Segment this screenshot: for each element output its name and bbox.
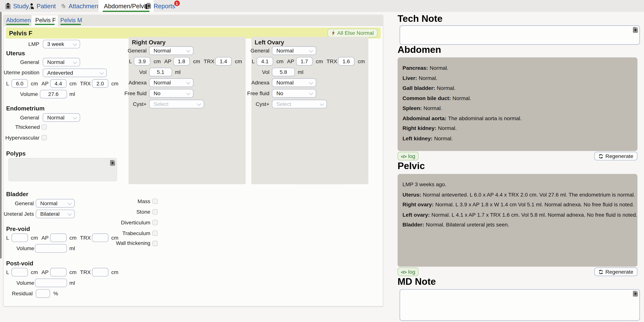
- uterine-position-select[interactable]: Anteverted: [43, 68, 107, 77]
- uterus-volume-label: Volume: [20, 90, 38, 99]
- thickened-checkbox[interactable]: [42, 124, 47, 130]
- post-void-trx-input[interactable]: [92, 268, 108, 277]
- report-line: Right kidney:Normal.: [402, 124, 632, 134]
- unit-cm: cm: [358, 57, 365, 66]
- post-void-heading: Post-void: [6, 260, 33, 267]
- paperclip-icon: [60, 3, 67, 9]
- pelvic-log-button[interactable]: </> log: [398, 267, 418, 276]
- endometrium-general-select[interactable]: Normal: [43, 113, 80, 122]
- chevron-down-icon: [100, 70, 104, 74]
- diverticulum-checkbox[interactable]: [152, 220, 158, 225]
- diverticulum-label: Diverticulum: [106, 219, 150, 226]
- chevron-down-icon: [197, 102, 201, 106]
- left-ovary-free-fluid-label: Free fluid: [247, 89, 270, 98]
- wall-thickening-checkbox[interactable]: [152, 241, 158, 246]
- tab-reports[interactable]: Reports 1: [145, 0, 175, 12]
- unit-cm: cm: [70, 233, 77, 242]
- trabeculum-checkbox[interactable]: [152, 231, 158, 236]
- post-void-ap-input[interactable]: [50, 268, 66, 277]
- chevron-down-icon: [186, 48, 190, 52]
- right-ovary-vol-input[interactable]: [149, 68, 172, 76]
- mass-checkbox[interactable]: [152, 199, 158, 204]
- chevron-down-icon: [186, 80, 190, 84]
- uterus-trx-input[interactable]: [92, 79, 108, 88]
- left-ovary-adnexa-select[interactable]: Normal: [272, 78, 316, 87]
- sub-tab-abdomen-underline: [6, 24, 29, 25]
- tab-patient-label: Patient: [36, 2, 56, 9]
- add-note-icon[interactable]: +: [110, 160, 115, 166]
- pre-void-volume-input[interactable]: [35, 244, 67, 253]
- uterus-volume-input[interactable]: [40, 90, 67, 99]
- unit-cm: cm: [193, 57, 200, 66]
- uterus-ap-input[interactable]: [50, 79, 66, 88]
- tab-study[interactable]: Study: [5, 0, 29, 12]
- post-void-volume-input[interactable]: [35, 279, 67, 287]
- right-ovary-general-select[interactable]: Normal: [149, 46, 194, 55]
- right-ovary-ap-input[interactable]: [173, 57, 190, 66]
- stone-checkbox[interactable]: [152, 209, 158, 214]
- unit-cm: cm: [154, 57, 161, 66]
- post-void-l-input[interactable]: [12, 268, 28, 277]
- post-void-volume-label: Volume: [16, 279, 34, 287]
- stone-label: Stone: [106, 209, 150, 215]
- report-line: Common bile duct:Normal.: [402, 93, 632, 103]
- unit-cm: cm: [316, 57, 323, 66]
- right-ovary-adnexa-select[interactable]: Normal: [149, 78, 194, 87]
- right-ovary-vol-label: Vol: [125, 68, 146, 76]
- right-ovary-cyst-label: Cyst+: [125, 100, 146, 108]
- left-ovary-cyst-select[interactable]: Select: [272, 100, 327, 108]
- pre-void-ap-input[interactable]: [50, 233, 66, 242]
- left-ovary-free-fluid-select[interactable]: No: [272, 89, 316, 98]
- reports-count-badge: 1: [174, 0, 180, 6]
- uterus-general-select[interactable]: Normal: [43, 58, 80, 67]
- right-ovary-cyst-select[interactable]: Select: [149, 100, 204, 108]
- tab-attachments[interactable]: Attachments: [60, 0, 103, 12]
- hypervascular-checkbox[interactable]: [42, 135, 47, 140]
- left-ovary-general-select[interactable]: Normal: [272, 46, 316, 55]
- left-ovary-vol-input[interactable]: [272, 68, 295, 76]
- add-note-icon[interactable]: +: [633, 291, 638, 297]
- endometrium-heading: Endometrium: [6, 105, 45, 112]
- tech-note-textarea[interactable]: +: [400, 25, 640, 45]
- sub-tab-pelvis-m[interactable]: Pelvis M: [60, 16, 82, 24]
- left-ovary-trx-input[interactable]: [338, 57, 354, 66]
- pre-void-l-input[interactable]: [12, 233, 28, 242]
- abdomen-log-button[interactable]: </> log: [398, 152, 418, 161]
- hypervascular-label: Hypervascular: [5, 135, 39, 141]
- pre-void-volume-label: Volume: [16, 244, 34, 253]
- sub-tab-abdomen[interactable]: Abdomen: [6, 16, 31, 24]
- refresh-icon: [598, 154, 603, 159]
- tab-abdomen-pelvis-label: Abdomen/Pelvis: [104, 2, 148, 9]
- tab-reports-label: Reports: [154, 2, 175, 9]
- bladder-general-select[interactable]: Normal: [36, 199, 75, 208]
- ureteral-jets-select[interactable]: Bilateral: [36, 210, 75, 218]
- code-icon: </>: [401, 269, 406, 274]
- uterus-l-input[interactable]: [12, 79, 28, 88]
- abdomen-regenerate-button[interactable]: Regenerate: [594, 152, 638, 161]
- lmp-select[interactable]: 3 week: [43, 40, 80, 48]
- pelvic-regenerate-button[interactable]: Regenerate: [594, 267, 638, 276]
- left-scrollbar[interactable]: [0, 12, 2, 258]
- tab-patient[interactable]: Patient: [28, 0, 56, 12]
- tech-note-heading: Tech Note: [398, 13, 442, 24]
- left-ovary-adnexa-label: Adnexa: [248, 78, 269, 87]
- right-ovary-free-fluid-select[interactable]: No: [149, 89, 194, 98]
- sub-tab-pelvis-f[interactable]: Pelvis F: [36, 16, 56, 24]
- polyps-textarea[interactable]: +: [8, 158, 117, 181]
- unit-cm: cm: [31, 268, 38, 277]
- right-ovary-trx-input[interactable]: [215, 57, 232, 66]
- report-line: Right ovary:Normal. L 3.9 x AP 1.8 x W 1…: [402, 200, 632, 210]
- residual-input[interactable]: [36, 289, 50, 298]
- add-note-icon[interactable]: +: [633, 27, 638, 33]
- lmp-label: LMP: [28, 40, 39, 48]
- md-note-textarea[interactable]: +: [400, 289, 640, 321]
- right-ovary-l-input[interactable]: [134, 57, 150, 66]
- unit-cm: cm: [111, 233, 118, 242]
- all-else-normal-button[interactable]: All Else Normal: [328, 29, 378, 37]
- left-ovary-ap-input[interactable]: [296, 57, 312, 66]
- left-ovary-l-input[interactable]: [257, 57, 273, 66]
- pre-void-trx-input[interactable]: [92, 233, 108, 242]
- unit-cm: cm: [31, 79, 38, 88]
- left-ovary-heading: Left Ovary: [254, 39, 284, 45]
- uterine-position-label: Uterine position: [4, 68, 39, 77]
